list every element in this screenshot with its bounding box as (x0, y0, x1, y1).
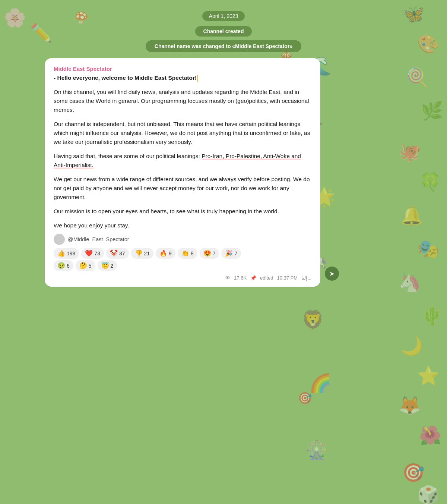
forward-button[interactable]: ➤ (325, 267, 339, 281)
pin-icon: 📌 (250, 275, 256, 281)
party-emoji: 🎉 (225, 249, 233, 257)
channel-name[interactable]: Middle East Spectator (54, 66, 311, 72)
greeting-text: - Hello everyone, welcome to Middle East… (54, 75, 197, 81)
date-badge: April 1, 2023 (202, 11, 245, 21)
reaction-angel[interactable]: 😇 2 (98, 260, 117, 271)
reactions-row-2: 🤢 6 🤔 5 😇 2 (54, 260, 311, 271)
username-row: @Middle_East_Spectator (54, 234, 311, 245)
thumbsup-emoji: 👍 (57, 249, 65, 257)
heart-eyes-count: 7 (213, 251, 216, 256)
reaction-thumbsup[interactable]: 👍 198 (54, 248, 79, 259)
avatar (54, 234, 65, 245)
reaction-clap[interactable]: 👏 8 (178, 248, 197, 259)
heart-eyes-emoji: 😍 (203, 249, 211, 257)
reaction-party[interactable]: 🎉 7 (221, 248, 241, 259)
thumbsdown-count: 21 (144, 251, 150, 256)
paragraph-6: We hope you enjoy your stay. (54, 221, 311, 230)
political-leanings: Pro-Iran, Pro-Palestine, Anti-Woke and A… (54, 153, 301, 168)
edited-label: edited (260, 275, 273, 281)
reaction-sick[interactable]: 🤢 6 (54, 260, 73, 271)
thumbsdown-emoji: 👎 (135, 249, 143, 257)
paragraph-4: We get our news from a wide range of dif… (54, 175, 311, 202)
fire-count: 9 (169, 251, 172, 256)
message-content: - Hello everyone, welcome to Middle East… (54, 73, 311, 230)
channel-created-badge: Channel created (195, 26, 252, 37)
clown-count: 37 (119, 251, 125, 256)
views-icon: 👁 (225, 275, 230, 281)
reaction-heart[interactable]: ❤️ 73 (81, 248, 104, 259)
party-count: 7 (234, 251, 237, 256)
angel-count: 2 (111, 263, 114, 269)
reaction-fire[interactable]: 🔥 9 (156, 248, 175, 259)
cursor (197, 75, 198, 82)
fire-emoji: 🔥 (159, 249, 167, 257)
reactions-row: 👍 198 ❤️ 73 🤡 37 👎 21 🔥 9 👏 8 (54, 248, 311, 259)
clap-count: 8 (191, 251, 194, 256)
paragraph-5: Our mission is to open your eyes and hea… (54, 207, 311, 216)
reaction-thinking[interactable]: 🤔 5 (76, 260, 95, 271)
reaction-clown[interactable]: 🤡 37 (106, 248, 129, 259)
heart-count: 73 (94, 251, 100, 256)
paragraph-3: Having said that, these are some of our … (54, 152, 311, 170)
clown-emoji: 🤡 (110, 249, 118, 257)
username-text[interactable]: @Middle_East_Spectator (68, 236, 129, 242)
reaction-heart-eyes[interactable]: 😍 7 (200, 248, 219, 259)
message-footer: 👁 17.6K 📌 edited 10:37 PM إليا... (54, 275, 311, 281)
message-author: إليا... (301, 275, 311, 281)
sick-emoji: 🤢 (57, 262, 65, 270)
views-count: 17.6K (234, 275, 247, 281)
clap-emoji: 👏 (181, 249, 189, 257)
paragraph-2: Our channel is independent, but not unbi… (54, 120, 311, 147)
message-time: 10:37 PM (277, 275, 298, 281)
thinking-emoji: 🤔 (79, 262, 87, 270)
sick-count: 6 (67, 263, 70, 269)
thumbsup-count: 198 (67, 251, 75, 256)
reaction-thumbsdown[interactable]: 👎 21 (131, 248, 154, 259)
heart-emoji: ❤️ (85, 249, 93, 257)
message-bubble: Middle East Spectator - Hello everyone, … (45, 58, 320, 287)
angel-emoji: 😇 (101, 262, 109, 270)
channel-name-changed-badge: Channel name was changed to «Middle East… (146, 40, 301, 52)
thinking-count: 5 (89, 263, 92, 269)
paragraph-1: On this channel, you will find daily new… (54, 88, 311, 114)
